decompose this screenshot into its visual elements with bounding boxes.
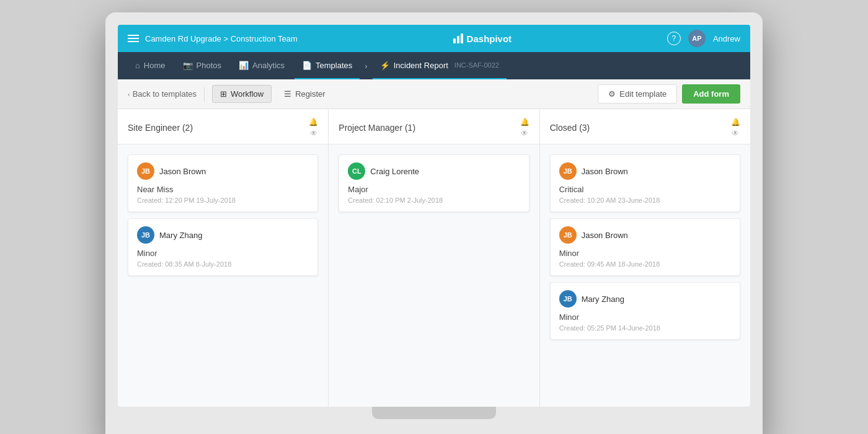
top-bar-right: ? AP Andrew: [667, 30, 740, 47]
avatar: JB: [137, 162, 154, 180]
card-date: Created: 09:45 AM 18-June-2018: [559, 260, 731, 268]
avatar: JB: [559, 226, 577, 244]
edit-template-button[interactable]: ⚙ Edit template: [598, 84, 677, 104]
nav-photos-label: Photos: [197, 61, 221, 70]
card-incident-type: Minor: [559, 312, 731, 322]
logo-bar-1: [453, 38, 456, 43]
card-user-name: Jason Brown: [582, 231, 628, 240]
eye-icon[interactable]: 👁: [732, 129, 739, 138]
username: Andrew: [713, 34, 740, 43]
avatar: JB: [559, 162, 577, 180]
register-tab[interactable]: ☰ Register: [277, 86, 332, 102]
nav-item-templates[interactable]: 📄 Templates: [294, 52, 360, 79]
sub-nav: ‹ Back to templates ⊞ Workflow ☰ Registe…: [118, 79, 750, 109]
back-to-templates-link[interactable]: ‹ Back to templates: [128, 89, 197, 99]
logo-bar-2: [457, 36, 459, 43]
hamburger-menu[interactable]: [128, 35, 139, 42]
table-row[interactable]: JBJason BrownNear MissCreated: 12:20 PM …: [128, 154, 318, 212]
card-incident-type: Major: [348, 185, 520, 194]
workflow-tab[interactable]: ⊞ Workflow: [212, 85, 272, 103]
templates-icon: 📄: [302, 61, 312, 70]
nav-item-analytics[interactable]: 📊 Analytics: [231, 52, 292, 79]
nav-item-photos[interactable]: 📷 Photos: [175, 52, 229, 79]
card-date: Created: 08:35 AM 8-July-2018: [137, 260, 309, 268]
card-user-name: Mary Zhang: [159, 231, 202, 240]
table-row[interactable]: JBMary ZhangMinorCreated: 08:35 AM 8-Jul…: [128, 218, 318, 276]
home-icon: ⌂: [135, 61, 140, 70]
user-avatar: AP: [688, 30, 706, 47]
bell-icon[interactable]: 🔔: [309, 118, 318, 126]
card-user-name: Mary Zhang: [582, 294, 624, 304]
avatar: JB: [137, 226, 154, 244]
workflow-tab-icon: ⊞: [220, 89, 227, 99]
nav-analytics-label: Analytics: [252, 61, 285, 70]
logo-icon: [453, 33, 463, 43]
column-header: Closed (3)🔔👁: [540, 109, 750, 144]
card-date: Created: 10:20 AM 23-June-2018: [559, 197, 731, 204]
column-icons: 🔔👁: [520, 118, 529, 138]
column-header: Site Engineer (2)🔔👁: [118, 109, 328, 144]
column-icons: 🔔👁: [731, 118, 740, 138]
top-bar: Camden Rd Upgrade > Construction Team Da…: [118, 25, 750, 52]
card-incident-type: Near Miss: [137, 185, 309, 194]
help-button[interactable]: ?: [667, 32, 681, 45]
kanban-column-site-engineer: Site Engineer (2)🔔👁JBJason BrownNear Mis…: [118, 109, 329, 407]
card-incident-type: Critical: [559, 185, 731, 194]
column-cards: CLCraig LorenteMajorCreated: 02:10 PM 2-…: [329, 144, 539, 222]
register-tab-icon: ☰: [284, 89, 291, 99]
back-link-label: Back to templates: [133, 89, 197, 99]
screen: Camden Rd Upgrade > Construction Team Da…: [118, 25, 750, 407]
column-title: Site Engineer (2): [128, 123, 193, 133]
column-title: Project Manager (1): [339, 123, 415, 133]
sub-nav-right: ⚙ Edit template Add form: [598, 84, 740, 104]
card-header: JBJason Brown: [137, 162, 309, 180]
table-row[interactable]: JBJason BrownMinorCreated: 09:45 AM 18-J…: [550, 218, 740, 276]
logo-text: Dashpivot: [467, 33, 512, 44]
column-cards: JBJason BrownNear MissCreated: 12:20 PM …: [118, 144, 328, 286]
workflow-tab-label: Workflow: [231, 89, 264, 99]
photos-icon: 📷: [183, 61, 193, 70]
nav-item-home[interactable]: ⌂ Home: [128, 52, 173, 79]
card-user-name: Craig Lorente: [370, 167, 419, 176]
project-breadcrumb: Camden Rd Upgrade > Construction Team: [145, 34, 298, 43]
nav-incident-label: Incident Report: [394, 61, 448, 70]
card-header: JBJason Brown: [559, 226, 731, 244]
nav-home-label: Home: [144, 61, 166, 70]
add-form-button[interactable]: Add form: [682, 84, 740, 104]
nav-bar: ⌂ Home 📷 Photos 📊 Analytics 📄 Templates …: [118, 52, 750, 79]
avatar: CL: [348, 162, 365, 180]
card-header: JBJason Brown: [559, 162, 731, 180]
eye-icon[interactable]: 👁: [521, 129, 528, 138]
bell-icon[interactable]: 🔔: [520, 118, 529, 126]
column-title: Closed (3): [550, 123, 590, 133]
card-incident-type: Minor: [137, 249, 309, 258]
card-incident-type: Minor: [559, 249, 731, 258]
register-tab-label: Register: [295, 89, 325, 99]
table-row[interactable]: JBJason BrownCriticalCreated: 10:20 AM 2…: [550, 154, 740, 212]
nav-item-incident-report[interactable]: ⚡ Incident Report INC-SAF-0022: [373, 52, 507, 79]
table-row[interactable]: JBMary ZhangMinorCreated: 05:25 PM 14-Ju…: [550, 282, 740, 340]
gear-icon: ⚙: [608, 89, 616, 99]
laptop-notch: [372, 407, 496, 419]
column-icons: 🔔👁: [309, 118, 318, 138]
avatar: JB: [559, 290, 577, 308]
table-row[interactable]: CLCraig LorenteMajorCreated: 02:10 PM 2-…: [339, 154, 529, 212]
incident-code: INC-SAF-0022: [454, 61, 499, 69]
card-header: JBMary Zhang: [559, 290, 731, 308]
laptop-wrapper: Camden Rd Upgrade > Construction Team Da…: [105, 12, 763, 434]
eye-icon[interactable]: 👁: [310, 129, 317, 138]
card-date: Created: 02:10 PM 2-July-2018: [348, 197, 520, 204]
sub-nav-divider: [204, 87, 205, 102]
top-bar-center: Dashpivot: [453, 33, 512, 44]
nav-templates-label: Templates: [316, 61, 352, 70]
column-cards: JBJason BrownCriticalCreated: 10:20 AM 2…: [540, 144, 750, 350]
card-header: CLCraig Lorente: [348, 162, 520, 180]
bell-icon[interactable]: 🔔: [731, 118, 740, 126]
nav-separator: ›: [362, 61, 370, 71]
kanban-column-closed: Closed (3)🔔👁JBJason BrownCriticalCreated…: [540, 109, 750, 407]
kanban-column-project-manager: Project Manager (1)🔔👁CLCraig LorenteMajo…: [329, 109, 539, 407]
top-bar-left: Camden Rd Upgrade > Construction Team: [128, 34, 298, 43]
card-header: JBMary Zhang: [137, 226, 309, 244]
card-user-name: Jason Brown: [582, 167, 628, 176]
card-date: Created: 12:20 PM 19-July-2018: [137, 197, 309, 204]
